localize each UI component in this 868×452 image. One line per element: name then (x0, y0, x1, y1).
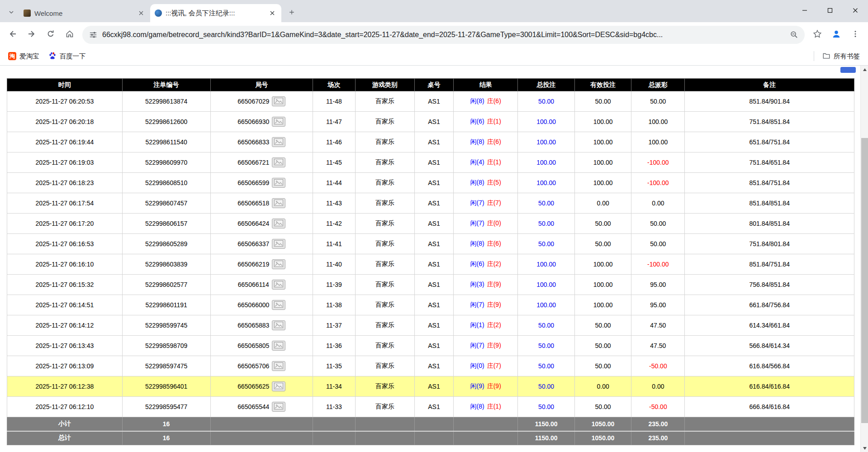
bookmark-taobao[interactable]: 淘 爱淘宝 (5, 50, 43, 62)
total-bet-link[interactable]: 50.00 (538, 220, 554, 227)
cell-time: 2025-11-27 06:20:53 (7, 91, 123, 112)
summary-empty (355, 431, 414, 445)
image-icon (274, 179, 283, 187)
cell-session: 11-45 (313, 152, 356, 173)
cell-payout: -100.00 (631, 254, 685, 275)
cell-bet-id: 522998603839 (122, 254, 210, 275)
cell-bet-id: 522998611540 (122, 132, 210, 152)
all-bookmarks-button[interactable]: 所有书签 (819, 50, 863, 63)
total-bet-link[interactable]: 100.00 (536, 138, 556, 146)
table-row: 2025-11-27 06:13:43522998598709665065805… (7, 336, 854, 356)
bookmarks-bar: 淘 爱淘宝 百度一下 所有书签 (0, 47, 868, 66)
result-image-button[interactable] (272, 219, 285, 228)
result-banker: 庄(6) (487, 138, 501, 145)
total-bet-link[interactable]: 50.00 (538, 200, 554, 207)
result-image-button[interactable] (272, 239, 285, 249)
new-tab-button[interactable] (284, 5, 299, 21)
url-text[interactable]: 66cxkj98.com/game/betrecord_search/kind3… (102, 31, 785, 39)
total-bet-link[interactable]: 100.00 (536, 281, 556, 288)
address-bar[interactable]: 66cxkj98.com/game/betrecord_search/kind3… (82, 26, 805, 44)
result-image-button[interactable] (272, 381, 285, 391)
result-image-button[interactable] (272, 96, 285, 106)
total-bet-link[interactable]: 100.00 (536, 261, 556, 268)
scroll-down-button[interactable] (861, 444, 868, 452)
cell-remark: 851.84/751.84 (685, 173, 854, 193)
bookmark-baidu[interactable]: 百度一下 (45, 50, 90, 63)
image-icon (274, 281, 283, 289)
cell-game-type: 百家乐 (355, 376, 414, 397)
cell-round: 665065883 (210, 315, 313, 336)
minimize-button[interactable] (792, 0, 817, 22)
scrollbar-thumb[interactable] (861, 138, 868, 423)
summary-empty (685, 417, 854, 431)
total-bet-link[interactable]: 50.00 (538, 322, 554, 329)
result-image-button[interactable] (272, 402, 285, 412)
tab-bet-records[interactable]: :::视讯, 会员下注纪录::: (150, 4, 281, 22)
total-bet-link[interactable]: 50.00 (538, 383, 554, 390)
tab-close-button[interactable] (268, 9, 277, 18)
result-image-button[interactable] (272, 320, 285, 330)
result-image-button[interactable] (272, 280, 285, 290)
result-image-button[interactable] (272, 117, 285, 127)
cell-game-type: 百家乐 (355, 112, 414, 132)
total-bet-link[interactable]: 50.00 (538, 240, 554, 247)
cell-valid-bet: 50.00 (574, 356, 631, 376)
cell-valid-bet: 100.00 (574, 112, 631, 132)
cell-table-no: AS1 (414, 295, 453, 315)
result-image-button[interactable] (272, 259, 285, 269)
site-settings-icon[interactable] (89, 30, 98, 39)
bookmark-star-button[interactable] (808, 26, 826, 44)
cell-game-type: 百家乐 (355, 315, 414, 336)
maximize-button[interactable] (817, 0, 843, 22)
tab-favicon (155, 10, 162, 17)
total-bet-link[interactable]: 100.00 (536, 118, 556, 125)
total-bet-link[interactable]: 50.00 (538, 403, 554, 410)
result-image-button[interactable] (272, 157, 285, 167)
reload-button[interactable] (42, 26, 60, 44)
tab-welcome[interactable]: Welcome (19, 4, 150, 22)
tab-search-button[interactable] (4, 4, 19, 22)
result-image-button[interactable] (272, 178, 285, 188)
profile-button[interactable] (827, 26, 845, 44)
result-image-button[interactable] (272, 198, 285, 208)
cell-valid-bet: 100.00 (574, 254, 631, 275)
round-number: 665066114 (238, 281, 269, 288)
total-bet-link[interactable]: 100.00 (536, 301, 556, 309)
cell-round: 665066337 (210, 234, 313, 254)
cell-table-no: AS1 (414, 91, 453, 112)
cell-table-no: AS1 (414, 234, 453, 254)
bet-records-table-wrap: 时间注单编号局号场次游戏类别桌号结果总投注有效投注总派彩备注 2025-11-2… (7, 78, 854, 445)
back-button[interactable] (4, 26, 22, 44)
page-scrollbar[interactable] (860, 66, 868, 452)
result-image-button[interactable] (272, 137, 285, 147)
cell-result: 闲(8)庄(6) (454, 132, 518, 152)
total-bet-link[interactable]: 50.00 (538, 342, 554, 349)
table-row: 2025-11-27 06:16:10522998603839665066219… (7, 254, 854, 275)
summary-empty (454, 431, 518, 445)
result-image-button[interactable] (272, 361, 285, 371)
home-button[interactable] (61, 26, 79, 44)
cell-table-no: AS1 (414, 336, 453, 356)
total-bet-link[interactable]: 100.00 (536, 179, 556, 186)
cell-time: 2025-11-27 06:16:53 (7, 234, 123, 254)
scroll-up-button[interactable] (861, 66, 868, 73)
total-bet-link[interactable]: 50.00 (538, 362, 554, 370)
result-image-button[interactable] (272, 341, 285, 351)
close-window-button[interactable] (843, 0, 868, 22)
image-icon (274, 98, 283, 105)
table-row: 2025-11-27 06:19:44522998611540665066833… (7, 132, 854, 152)
total-bet-link[interactable]: 50.00 (538, 98, 554, 105)
cell-round: 665065625 (210, 376, 313, 397)
cell-time: 2025-11-27 06:16:10 (7, 254, 123, 275)
result-image-button[interactable] (272, 300, 285, 310)
partial-button[interactable] (840, 67, 856, 73)
tab-close-button[interactable] (137, 9, 146, 18)
cell-time: 2025-11-27 06:17:54 (7, 193, 123, 214)
menu-button[interactable] (846, 26, 864, 44)
total-bet-link[interactable]: 100.00 (536, 159, 556, 166)
cell-game-type: 百家乐 (355, 173, 414, 193)
forward-button[interactable] (23, 26, 41, 44)
cell-bet-id: 522998609970 (122, 152, 210, 173)
zoom-icon[interactable] (789, 30, 798, 39)
cell-valid-bet: 50.00 (574, 214, 631, 234)
